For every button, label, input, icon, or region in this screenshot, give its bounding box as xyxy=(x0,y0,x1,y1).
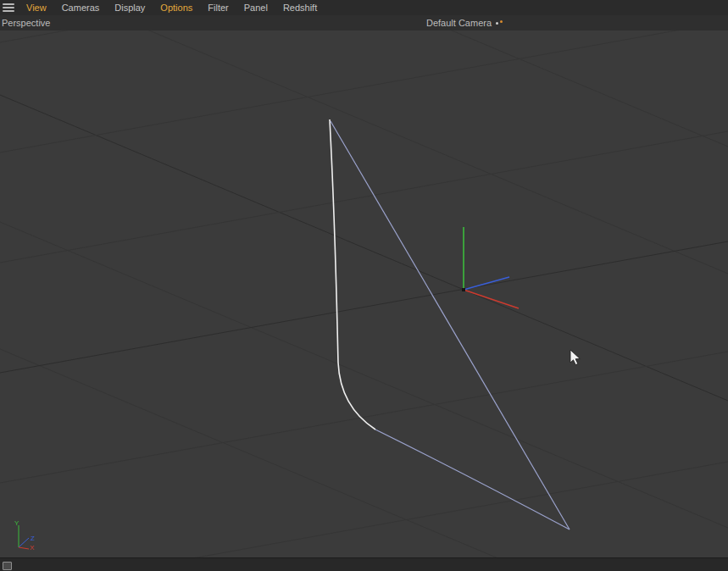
axis-gizmo[interactable] xyxy=(462,227,519,308)
viewport-header: Perspective Default Camera xyxy=(0,15,728,30)
spline-segment-right[interactable] xyxy=(331,121,570,529)
gizmo-z-axis[interactable] xyxy=(464,277,509,290)
viewport-canvas[interactable]: Y Z X xyxy=(0,30,728,557)
viewport-scene: Y Z X xyxy=(0,30,728,557)
gizmo-origin-point[interactable] xyxy=(462,288,465,291)
camera-settings-icon[interactable] xyxy=(496,22,503,25)
active-camera-label[interactable]: Default Camera xyxy=(426,15,503,30)
hamburger-menu-icon[interactable] xyxy=(3,3,14,12)
spline-object[interactable] xyxy=(330,119,570,529)
world-y-axis-label: Y xyxy=(14,519,19,527)
menu-options[interactable]: Options xyxy=(153,0,200,15)
gizmo-x-axis[interactable] xyxy=(464,290,519,308)
menu-cameras[interactable]: Cameras xyxy=(54,0,108,15)
menu-redshift[interactable]: Redshift xyxy=(275,0,325,15)
menu-filter[interactable]: Filter xyxy=(200,0,236,15)
camera-name-text: Default Camera xyxy=(426,18,492,28)
spline-segment-selected[interactable] xyxy=(330,119,375,430)
panel-corner-icon[interactable] xyxy=(3,562,12,570)
menu-display[interactable]: Display xyxy=(107,0,153,15)
world-axis-indicator: Y Z X xyxy=(14,519,35,552)
menu-panel[interactable]: Panel xyxy=(236,0,275,15)
ground-grid xyxy=(0,30,728,557)
world-x-axis-label: X xyxy=(30,544,35,552)
mouse-cursor xyxy=(570,350,580,365)
bottom-panel-strip xyxy=(0,557,728,571)
view-name-label: Perspective xyxy=(2,15,50,30)
world-x-axis-line xyxy=(19,547,29,549)
world-z-axis-label: Z xyxy=(31,535,35,542)
menu-view[interactable]: View xyxy=(19,0,54,15)
viewport-menu-bar: View Cameras Display Options Filter Pane… xyxy=(0,0,728,16)
world-z-axis-line xyxy=(19,538,29,547)
